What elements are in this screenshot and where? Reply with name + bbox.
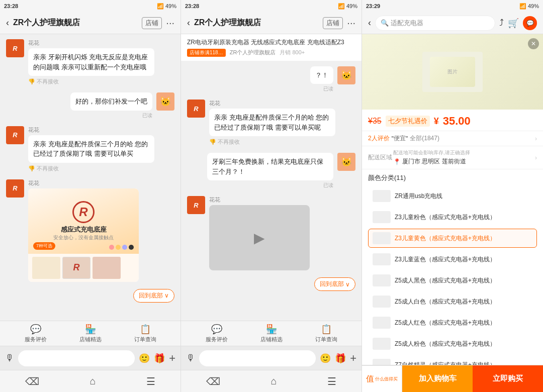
nav-bar-mid: ⌫ ⌂ ☰ — [181, 370, 361, 392]
order-icon: 📋 — [140, 324, 151, 335]
color-name-mpink: Z5成人粉色（感应式充电器+充电线） — [395, 340, 496, 348]
menu-nav-left[interactable]: ☰ — [146, 375, 155, 387]
color-option-black[interactable]: Z5成人黑色（感应式充电器+充电线） — [368, 271, 537, 290]
message-bubble: 亲亲 牙刷开机闪烁 充电无反应是充电座的问题哦 亲亲可以重新配一个充电座哦 — [28, 48, 154, 76]
no-accept-label[interactable]: 👎 不再接收 — [28, 78, 154, 85]
footer-item-service[interactable]: 💬 服务评价 — [25, 324, 47, 343]
gift-button-left[interactable]: 🎁 — [154, 353, 165, 364]
back-button-mid[interactable]: ‹ — [187, 18, 190, 28]
add-to-cart-button[interactable]: 加入购物车 — [402, 365, 473, 392]
emoji-button-mid[interactable]: 🙂 — [320, 353, 331, 364]
shop-button-left[interactable]: 店铺 — [142, 17, 162, 29]
back-to-bottom-text-left: 回到底部 — [139, 291, 163, 300]
plus-button-mid[interactable]: + — [350, 352, 356, 365]
share-button[interactable]: ⤴ — [499, 18, 504, 28]
chat-input-left[interactable] — [18, 350, 135, 366]
more-button-left[interactable]: ··· — [166, 17, 174, 29]
color-thumb-yellow — [373, 232, 391, 244]
delivery-row[interactable]: 配送区域 配送地可能会影响库存,请正确选择 📍 厦门市 思明区 莲前街道 › — [362, 146, 543, 169]
user-bubble-mid-3: 牙刷三年免费换新，结果充电底座只保三个月？！ — [207, 153, 333, 180]
footer-item-order[interactable]: 📋 订单查询 — [134, 324, 156, 343]
color-option-red[interactable]: Z5成人红色（感应式充电器+充电线） — [368, 313, 537, 332]
chat-body-mid: 🐱 ？！ 已读 R 花花 亲亲 充电座是配件质保三个月的哈 您的已经过了质保期了… — [181, 61, 361, 321]
footer-item-order-mid[interactable]: 📋 订单查询 — [315, 324, 337, 343]
footer-item-service-mid[interactable]: 💬 服务评价 — [206, 324, 228, 343]
product-image-area: 图片 ✕ — [362, 34, 543, 110]
back-to-bottom-text-mid: 回到底部 — [320, 280, 344, 288]
voice-button-left[interactable]: 🎙 — [5, 353, 14, 363]
back-nav-mid[interactable]: ⌫ — [206, 375, 220, 387]
footer-item-shop[interactable]: 🏪 店铺精选 — [79, 324, 102, 343]
color-thumb-blue — [373, 253, 391, 265]
service-icon: 💬 — [30, 324, 41, 335]
chat-footer-left: 💬 服务评价 🏪 店铺精选 📋 订单查询 — [0, 321, 180, 346]
product-body: 图片 ✕ ¥35 七夕节礼遇价 ¥ 35.00 2人评价 " 便宜 " 全部(1… — [362, 34, 543, 365]
search-bar-right[interactable]: 🔍 适配充电器 — [375, 16, 495, 31]
color-option-pink[interactable]: Z3儿童粉色（感应式充电器+充电线） — [368, 208, 537, 227]
more-button-mid[interactable]: ··· — [347, 17, 355, 29]
gift-button-mid[interactable]: 🎁 — [335, 353, 346, 364]
menu-nav-mid[interactable]: ☰ — [327, 375, 336, 387]
voice-button-mid[interactable]: 🎙 — [186, 353, 195, 363]
brand-logo: R — [72, 201, 95, 223]
status-bar-right: 23:29 📶 49% — [362, 0, 543, 12]
color-dots — [109, 245, 134, 250]
video-thumbnail[interactable]: ▶ — [209, 205, 310, 270]
price-symbol: ¥ — [434, 116, 439, 127]
no-accept-label2[interactable]: 👎 不再接收 — [28, 165, 154, 172]
plus-button-left[interactable]: + — [169, 352, 175, 365]
review-text: 便宜 — [394, 134, 406, 143]
chat-input-mid[interactable] — [199, 350, 316, 366]
product-header-mid: ZR电动牙刷原装充电器 无线感应式充电底座 充电线适配Z3 店铺券满118… Z… — [181, 34, 361, 61]
product-badge: 7种可选 — [33, 242, 55, 250]
back-button-right[interactable]: ‹ — [368, 18, 371, 28]
shop-name-mid: ZR个人护理旗舰店 — [230, 49, 276, 56]
emoji-button-left[interactable]: 🙂 — [139, 353, 150, 364]
shop-icon: 🏪 — [85, 324, 96, 335]
back-to-bottom-mid[interactable]: 回到底部 ∨ — [314, 277, 355, 291]
footer-label-shop-mid: 店铺精选 — [260, 336, 283, 343]
delivery-address-row: 📍 厦门市 思明区 莲前街道 — [393, 157, 535, 166]
back-to-bottom-left[interactable]: 回到底部 ∨ — [133, 289, 174, 303]
color-option-usb[interactable]: ZR通用usb充电线 — [368, 186, 537, 206]
close-button-right[interactable]: ✕ — [528, 38, 539, 49]
color-option-natural[interactable]: Z7自然精灵（感应式充电器+充电线） — [368, 355, 537, 365]
color-option-blue[interactable]: Z3儿童蓝色（感应式充电器+充电线） — [368, 250, 537, 269]
back-button-left[interactable]: ‹ — [6, 18, 9, 28]
reviews-row[interactable]: 2人评价 " 便宜 " 全部(1847) › — [362, 131, 543, 146]
product-sub: 安全放心，没有金属接触点 — [53, 234, 114, 241]
no-accept-mid[interactable]: 👎 不再接收 — [209, 138, 335, 146]
shop-button-mid[interactable]: 店铺 — [323, 17, 343, 29]
color-option-yellow[interactable]: Z3儿童黄色（感应式充电器+充电线） — [368, 229, 537, 248]
user-avatar-mid: 🐱 — [337, 66, 355, 84]
buy-now-button[interactable]: 立即购买 — [473, 365, 543, 392]
status-bar-left: 23:28 📶 49% — [0, 0, 180, 12]
product-card[interactable]: R 感应式充电底座 安全放心，没有金属接触点 7种可选 — [28, 188, 139, 282]
chat-header-left: ‹ ZR个人护理旗舰店 店铺 ··· — [0, 12, 180, 34]
signal-icon-mid: 📶 — [338, 3, 345, 10]
color-thumb-white — [373, 296, 391, 308]
color-option-white[interactable]: Z5成人白色（感应式充电器+充电线） — [368, 292, 537, 311]
cart-button[interactable]: 🛒 — [508, 18, 519, 29]
product-preview-2: R — [62, 257, 90, 279]
status-icons-left: 📶 49% — [157, 3, 176, 10]
message-button-right[interactable]: 💬 — [523, 16, 537, 30]
status-icons-mid: 📶 49% — [338, 3, 357, 10]
time-mid: 23:28 — [185, 3, 199, 9]
search-text-right: 适配充电器 — [391, 19, 423, 28]
color-option-mpink[interactable]: Z5成人粉色（感应式充电器+充电线） — [368, 334, 537, 353]
home-nav-mid[interactable]: ⌂ — [270, 375, 277, 387]
status-icons-right: 📶 49% — [519, 3, 539, 10]
agent-avatar2-left: R — [6, 126, 24, 144]
delivery-address: 厦门市 思明区 莲前街道 — [402, 157, 466, 166]
agent-avatar-mid-2: R — [187, 196, 205, 214]
home-nav-left[interactable]: ⌂ — [89, 375, 96, 387]
back-nav-left[interactable]: ⌫ — [25, 375, 39, 387]
nav-bar-left: ⌫ ⌂ ☰ — [0, 370, 180, 392]
footer-item-shop-mid[interactable]: 🏪 店铺精选 — [260, 324, 283, 343]
platform-logo: 值 什么值得买 — [362, 365, 402, 393]
coupon-badge: 店铺券满118… — [187, 49, 226, 57]
location-icon: 📍 — [393, 158, 401, 165]
original-price: ¥35 — [368, 117, 382, 126]
logo-text: 什么值得买 — [375, 376, 398, 382]
